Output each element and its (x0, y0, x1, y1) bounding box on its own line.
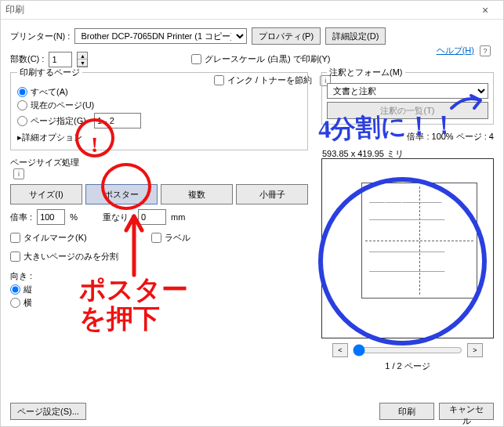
divider-horizontal (365, 241, 473, 241)
copies-row: 部数(C) : ▲▼ グレースケール (白黒) で印刷(Y) (10, 51, 494, 67)
tile-row: タイルマーク(K) ラベル (10, 230, 308, 246)
preview-size-label: 593.85 x 419.95 ミリ (322, 148, 404, 160)
print-dialog: 印刷 × プリンター(N) : Brother DCP-7065DN Print… (0, 0, 504, 427)
sizing-buttons: サイズ(I) ポスター 複数 小冊子 (10, 184, 308, 204)
advanced-button[interactable]: 詳細設定(D) (325, 27, 386, 45)
annotations-group: 注釈とフォーム(M) 文書と注釈 注釈の一覧(T) (321, 67, 494, 125)
page-range-radio[interactable]: ページ指定(G) (17, 113, 301, 128)
booklet-button[interactable]: 小冊子 (236, 184, 308, 204)
multiple-button[interactable]: 複数 (161, 184, 233, 204)
mm-label: mm (171, 212, 185, 222)
music-line: ━━━━━━━━━━━━━━━━━━━━━━━━━━━━━━━━━━━━━━━━… (369, 270, 470, 273)
window-title: 印刷 (5, 3, 472, 16)
annotations-legend: 注釈とフォーム(M) (327, 67, 405, 78)
copies-input[interactable] (49, 52, 72, 67)
print-button[interactable]: 印刷 (379, 403, 434, 420)
close-icon[interactable]: × (472, 1, 499, 20)
poster-button[interactable]: ポスター (85, 184, 158, 204)
page-range-legend: 印刷するページ (17, 67, 82, 78)
help-link[interactable]: ヘルプ(H) ? (437, 45, 491, 56)
copies-label: 部数(C) : (10, 53, 44, 65)
sizing-legend: ページサイズ処理 (10, 157, 308, 168)
overlap-label: 重なり : (103, 212, 133, 223)
page-setup-button[interactable]: ページ設定(S)... (10, 403, 86, 420)
prev-page-button[interactable]: < (332, 343, 348, 357)
footer: ページ設定(S)... 印刷 キャンセル (10, 403, 494, 420)
scale-input[interactable] (37, 209, 65, 225)
portrait-radio[interactable]: 縦 (10, 284, 308, 295)
page-counter: 1 / 2 ページ (321, 360, 494, 372)
preview-box: 593.85 x 419.95 ミリ ━━━━━━━━━━ ━━━━━━━━━━… (321, 158, 494, 338)
sizing-info-icon[interactable]: i (13, 168, 24, 179)
titlebar: 印刷 × (1, 1, 503, 20)
preview-page: ━━━━━━━━━━ ━━━━━━━━━━ ━━━━━━━━━━━━━━━━━━… (361, 183, 477, 299)
annotations-select[interactable]: 文書と注釈 (327, 83, 488, 99)
big-only-checkbox[interactable]: 大きいページのみを分割 (10, 251, 308, 262)
annotation-summary-button: 注釈の一覧(T) (327, 102, 488, 119)
music-line: ━━━━━━━━━━━━━━━━━━━━━━━━━━━━━━━━━━━━━━━━… (369, 250, 470, 254)
current-page-radio[interactable]: 現在のページ(U) (17, 100, 301, 111)
music-line: ━━━━━━━━━━ ━━━━━━━━━━ ━━━━━━━━━━━━━━━━━━… (369, 201, 470, 204)
all-pages-radio[interactable]: すべて(A) (17, 86, 301, 98)
percent-label: % (70, 212, 78, 222)
printer-select[interactable]: Brother DCP-7065DN Printer (1 コピー) (74, 28, 247, 44)
next-page-button[interactable]: > (467, 343, 483, 357)
cancel-button[interactable]: キャンセル (439, 403, 494, 420)
grayscale-checkbox[interactable]: グレースケール (白黒) で印刷(Y) (191, 53, 330, 65)
size-button[interactable]: サイズ(I) (10, 184, 82, 204)
scale-label: 倍率 : (10, 212, 32, 223)
help-icon: ? (480, 45, 491, 56)
left-column: 印刷するページ すべて(A) 現在のページ(U) ページ指定(G) ▸ 詳細オプ… (10, 67, 308, 395)
more-options-toggle[interactable]: ▸ 詳細オプション (17, 132, 301, 143)
music-line: ━━━━━━━━━━━━━━━━━━━━━━━━━━━━━━━━━━━━━━━━… (369, 218, 470, 222)
printer-label: プリンター(N) : (10, 31, 70, 42)
orientation-legend: 向き : (10, 270, 308, 282)
printer-row: プリンター(N) : Brother DCP-7065DN Printer (1… (10, 27, 494, 45)
page-range-input[interactable] (94, 113, 141, 128)
preview-slider[interactable] (353, 344, 462, 356)
scale-row: 倍率 : % 重なり : mm (10, 209, 308, 225)
right-column: 注釈とフォーム(M) 文書と注釈 注釈の一覧(T) 倍率 : 100% ページ … (321, 67, 494, 395)
tile-marks-checkbox[interactable]: タイルマーク(K) (10, 232, 87, 244)
properties-button[interactable]: プロパティ(P) (252, 27, 321, 45)
scale-note: 倍率 : 100% ページ : 4 (321, 131, 494, 143)
preview-nav: < > (321, 343, 494, 357)
copies-spinner[interactable]: ▲▼ (77, 52, 88, 67)
page-range-group: 印刷するページ すべて(A) 現在のページ(U) ページ指定(G) ▸ 詳細オプ… (10, 67, 308, 150)
labels-checkbox[interactable]: ラベル (151, 232, 190, 244)
dialog-body: プリンター(N) : Brother DCP-7065DN Printer (1… (1, 20, 503, 426)
landscape-radio[interactable]: 横 (10, 297, 308, 309)
overlap-input[interactable] (138, 209, 166, 225)
